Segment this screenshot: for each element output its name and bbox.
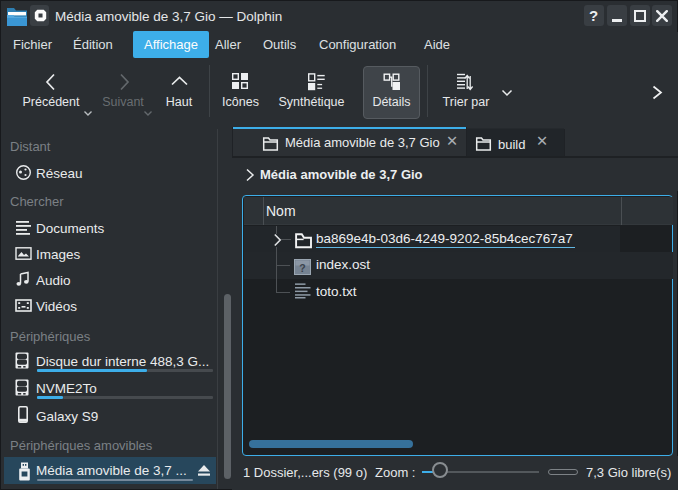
svg-text:?: ? [299,262,305,274]
